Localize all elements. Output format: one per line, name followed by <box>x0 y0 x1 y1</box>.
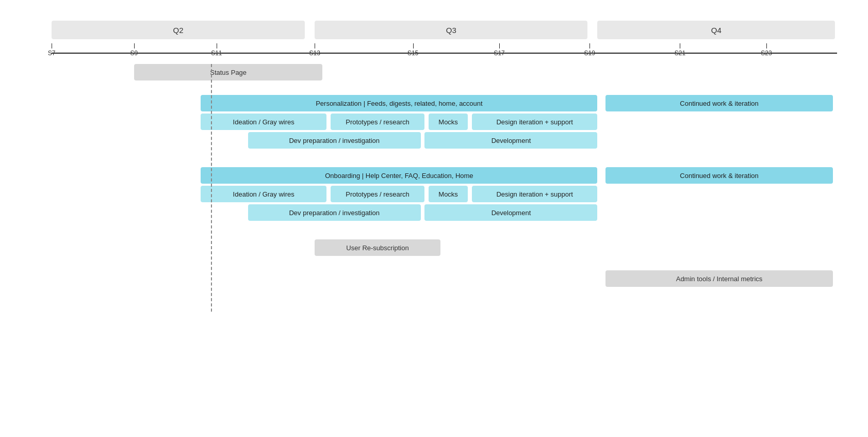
bar-mocks-1: Mocks <box>429 114 468 130</box>
tick-mark-s9 <box>134 43 135 48</box>
bar-development-1: Development <box>424 132 597 149</box>
bar-prototypes-research-1: Prototypes / research <box>331 114 425 130</box>
bar-development-2: Development <box>424 204 597 221</box>
tick-mark-s17 <box>499 43 500 48</box>
bar-mocks-2: Mocks <box>429 186 468 202</box>
quarter-q2: Q2 <box>52 21 305 39</box>
current-time-line <box>211 64 212 312</box>
bar-onboarding-main: Onboarding | Help Center, FAQ, Education… <box>201 167 597 184</box>
tick-label-s19: S19 <box>584 50 595 57</box>
gantt-rows: Status PagePersonalization | Feeds, dige… <box>52 64 837 301</box>
tick-label-s17: S17 <box>494 50 504 57</box>
tick-label-s23: S23 <box>761 50 772 57</box>
tick-label-s13: S13 <box>309 50 320 57</box>
tick-label-s11: S11 <box>211 50 222 57</box>
quarters-row: Q2Q3Q4 <box>52 21 837 39</box>
bar-design-iteration-1: Design iteration + support <box>472 114 598 130</box>
quarter-q4: Q4 <box>597 21 835 39</box>
bar-prototypes-research-2: Prototypes / research <box>331 186 425 202</box>
bar-dev-prep-2: Dev preparation / investigation <box>248 204 421 221</box>
tick-mark-s21 <box>680 43 680 48</box>
tick-label-s15: S15 <box>407 50 418 57</box>
tick-mark-s7 <box>52 43 52 48</box>
tick-mark-s19 <box>589 43 590 48</box>
tick-mark-s11 <box>217 43 217 48</box>
bar-status-page: Status Page <box>134 64 323 80</box>
tick-mark-s23 <box>766 43 767 48</box>
tick-mark-s15 <box>413 43 414 48</box>
bar-personalization-main: Personalization | Feeds, digests, relate… <box>201 95 597 111</box>
bar-admin-tools: Admin tools / Internal metrics <box>605 270 833 287</box>
quarter-q3: Q3 <box>315 21 587 39</box>
tick-label-s7: S7 <box>48 50 56 57</box>
bar-ideation-gray-wires-1: Ideation / Gray wires <box>201 114 326 130</box>
bar-continued-work-1: Continued work & iteration <box>605 95 833 111</box>
tick-label-s9: S9 <box>130 50 138 57</box>
bar-continued-work-2: Continued work & iteration <box>605 167 833 184</box>
bar-design-iteration-2: Design iteration + support <box>472 186 598 202</box>
tick-row: S7S9S11S13S15S17S19S21S23 <box>52 43 837 54</box>
bar-dev-prep-1: Dev preparation / investigation <box>248 132 421 149</box>
bar-ideation-gray-wires-2: Ideation / Gray wires <box>201 186 326 202</box>
gantt-chart: Q2Q3Q4 S7S9S11S13S15S17S19S21S23 Status … <box>0 0 868 322</box>
bar-user-resubscription: User Re-subscription <box>315 239 440 256</box>
tick-mark-s13 <box>315 43 315 48</box>
tick-label-s21: S21 <box>675 50 685 57</box>
